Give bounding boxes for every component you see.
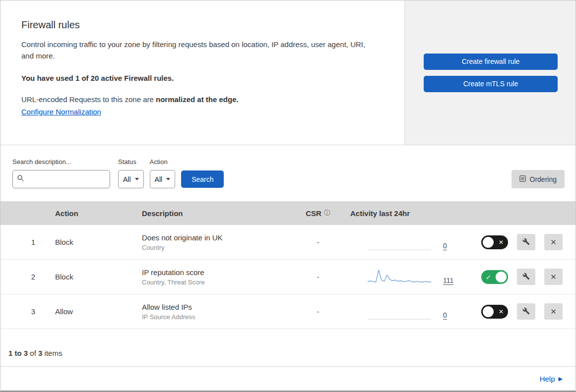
rule-description: IP reputation score Country, Threat Scor…: [132, 268, 291, 286]
table-row: 3 Allow Allow listed IPs IP Source Addre…: [0, 294, 576, 329]
rule-action: Allow: [45, 307, 132, 316]
description-column-header: Description: [132, 209, 291, 218]
search-label: Search description...: [12, 158, 110, 166]
action-label: Action: [150, 158, 176, 166]
search-box: [12, 170, 110, 188]
edit-rule-button[interactable]: [517, 269, 535, 285]
wrench-icon: [522, 273, 530, 281]
page-title: Firewall rules: [21, 19, 380, 31]
action-filter-group: Action All: [150, 158, 176, 188]
rule-enabled-toggle[interactable]: ✓ ✕: [481, 305, 508, 319]
configure-normalization-link[interactable]: Configure Normalization: [21, 108, 101, 116]
delete-rule-button[interactable]: ✕: [544, 234, 563, 250]
action-dropdown[interactable]: All: [150, 170, 176, 188]
search-icon: [17, 174, 24, 184]
rule-controls: ✓ ✕ ✕: [464, 303, 576, 320]
wrench-icon: [522, 307, 530, 316]
csr-column-header: CSR ⓘ: [291, 209, 345, 218]
rule-controls: ✓ ✕ ✕: [464, 269, 576, 285]
close-icon: ✕: [550, 238, 557, 247]
status-dropdown[interactable]: All: [118, 170, 144, 188]
help-link[interactable]: Help ▶: [540, 375, 563, 383]
activity-count-link[interactable]: 111: [443, 277, 453, 284]
rule-priority: 3: [0, 307, 45, 316]
rule-action: Block: [45, 238, 132, 246]
activity-sparkline: [368, 302, 431, 321]
rule-priority: 1: [0, 238, 45, 246]
rule-csr-value: -: [291, 238, 345, 246]
rule-enabled-toggle[interactable]: ✓ ✕: [481, 235, 508, 249]
chevron-down-icon: [135, 178, 139, 180]
toggle-knob: [496, 272, 507, 282]
rule-activity: 0: [345, 233, 464, 252]
create-firewall-rule-button[interactable]: Create firewall rule: [424, 54, 558, 70]
filters-bar: Search description... Status All Action …: [0, 145, 576, 201]
status-label: Status: [118, 158, 144, 166]
table-row: 2 Block IP reputation score Country, Thr…: [0, 260, 576, 294]
wrench-icon: [522, 238, 530, 247]
toggle-knob: [483, 306, 494, 317]
rule-description: Does not originate in UK Country: [132, 233, 291, 251]
activity-sparkline: [368, 268, 431, 286]
rule-enabled-toggle[interactable]: ✓ ✕: [481, 270, 508, 284]
x-icon: ✕: [499, 308, 504, 315]
rule-fields: Country: [142, 244, 291, 251]
toggle-knob: [483, 237, 494, 248]
arrow-right-icon: ▶: [559, 376, 563, 382]
delete-rule-button[interactable]: ✕: [544, 303, 563, 320]
ordering-list-icon: [519, 175, 526, 184]
rule-activity: 0: [345, 302, 464, 321]
hero-text: Firewall rules Control incoming traffic …: [0, 0, 404, 145]
hero-section: Firewall rules Control incoming traffic …: [0, 0, 576, 145]
rule-controls: ✓ ✕ ✕: [464, 234, 576, 250]
activity-sparkline: [368, 233, 431, 252]
firewall-rules-page: Firewall rules Control incoming traffic …: [0, 0, 576, 392]
normalization-note: URL-encoded Requests to this zone are no…: [21, 95, 380, 104]
close-icon: ✕: [550, 307, 557, 316]
rule-csr-value: -: [291, 273, 345, 281]
activity-column-header: Activity last 24hr: [345, 209, 464, 218]
rule-activity: 111: [345, 268, 464, 286]
activity-count-link[interactable]: 0: [443, 311, 447, 319]
table-header-row: Action Description CSR ⓘ Activity last 2…: [0, 201, 576, 225]
create-mtls-rule-button[interactable]: Create mTLS rule: [424, 76, 558, 92]
edit-rule-button[interactable]: [517, 234, 535, 250]
pagination-summary: 1 to 3 of 3 items: [0, 329, 576, 366]
usage-summary: You have used 1 of 20 active Firewall ru…: [21, 74, 380, 82]
rule-priority: 2: [0, 273, 45, 281]
status-filter-group: Status All: [118, 158, 144, 188]
hero-actions-panel: Create firewall rule Create mTLS rule: [404, 0, 576, 145]
rule-fields: Country, Threat Score: [142, 279, 291, 286]
search-button[interactable]: Search: [181, 170, 224, 188]
edit-rule-button[interactable]: [517, 303, 535, 320]
rule-action: Block: [45, 273, 132, 281]
check-icon: ✓: [486, 273, 491, 280]
rule-csr-value: -: [291, 307, 345, 316]
table-row: 1 Block Does not originate in UK Country…: [0, 225, 576, 260]
info-icon[interactable]: ⓘ: [324, 209, 330, 218]
ordering-button[interactable]: Ordering: [512, 170, 565, 188]
activity-count-link[interactable]: 0: [443, 242, 447, 250]
x-icon: ✕: [499, 239, 504, 246]
search-group: Search description...: [12, 158, 110, 188]
close-icon: ✕: [550, 273, 557, 281]
page-description: Control incoming traffic to your zone by…: [21, 39, 380, 62]
delete-rule-button[interactable]: ✕: [544, 269, 563, 285]
search-input[interactable]: [27, 175, 106, 183]
chevron-down-icon: [166, 178, 170, 180]
action-column-header: Action: [45, 209, 132, 218]
help-bar: Help ▶: [0, 366, 576, 391]
rule-description: Allow listed IPs IP Source Address: [132, 303, 291, 321]
rule-fields: IP Source Address: [142, 313, 291, 321]
